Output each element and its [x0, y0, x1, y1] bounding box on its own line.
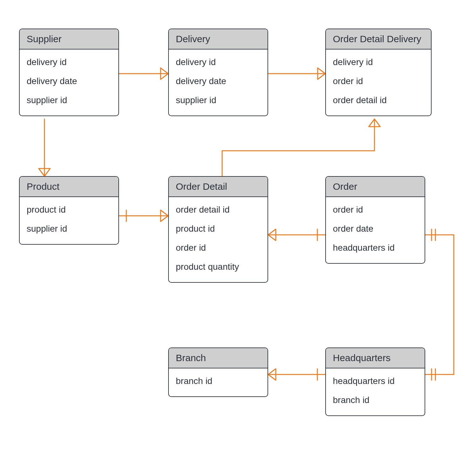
entity-attrs: branch id: [169, 368, 268, 396]
entity-attr: product id: [27, 200, 111, 219]
entity-branch[interactable]: Branch branch id: [168, 347, 268, 397]
crowsfoot-orderdetail-right: [268, 229, 276, 241]
entity-attr: order detail id: [333, 91, 424, 110]
entity-attr: product id: [176, 219, 261, 238]
rel-orderdetail-odd: [222, 119, 374, 176]
entity-attrs: headquarters id branch id: [326, 368, 425, 415]
entity-attr: branch id: [176, 372, 261, 391]
entity-order-detail-delivery[interactable]: Order Detail Delivery delivery id order …: [325, 29, 432, 116]
entity-title: Headquarters: [326, 348, 425, 368]
entity-attr: supplier id: [27, 91, 111, 110]
entity-attr: delivery date: [27, 72, 111, 91]
entity-attrs: order id order date headquarters id: [326, 197, 425, 263]
crowsfoot-branch-right: [268, 369, 276, 380]
er-diagram-canvas: Supplier delivery id delivery date suppl…: [0, 0, 476, 476]
entity-title: Delivery: [169, 29, 268, 50]
entity-attrs: delivery id order id order detail id: [326, 50, 431, 116]
entity-headquarters[interactable]: Headquarters headquarters id branch id: [325, 347, 425, 416]
entity-attrs: delivery id delivery date supplier id: [169, 50, 268, 116]
crowsfoot-odd-left: [318, 68, 325, 79]
entity-order-detail[interactable]: Order Detail order detail id product id …: [168, 176, 268, 283]
entity-attr: order date: [333, 219, 418, 238]
entity-attr: product quantity: [176, 257, 261, 276]
entity-attrs: delivery id delivery date supplier id: [20, 50, 118, 116]
crowsfoot-odd-bottom: [369, 119, 380, 127]
entity-title: Order Detail Delivery: [326, 29, 431, 50]
entity-attr: delivery id: [27, 53, 111, 72]
entity-supplier[interactable]: Supplier delivery id delivery date suppl…: [19, 29, 119, 116]
entity-attr: headquarters id: [333, 238, 418, 257]
crowsfoot-product-top: [39, 169, 50, 176]
entity-attr: order id: [176, 238, 261, 257]
entity-attr: branch id: [333, 391, 418, 410]
entity-attrs: order detail id product id order id prod…: [169, 197, 268, 282]
entity-attr: delivery date: [176, 72, 261, 91]
entity-delivery[interactable]: Delivery delivery id delivery date suppl…: [168, 29, 268, 116]
entity-attr: delivery id: [333, 53, 424, 72]
entity-attr: supplier id: [176, 91, 261, 110]
entity-title: Product: [20, 177, 118, 197]
entity-attrs: product id supplier id: [20, 197, 118, 244]
entity-attr: supplier id: [27, 219, 111, 238]
entity-title: Order Detail: [169, 177, 268, 197]
entity-attr: headquarters id: [333, 372, 418, 391]
entity-title: Branch: [169, 348, 268, 368]
entity-product[interactable]: Product product id supplier id: [19, 176, 119, 245]
entity-order[interactable]: Order order id order date headquarters i…: [325, 176, 425, 264]
entity-attr: order detail id: [176, 200, 261, 219]
entity-attr: delivery id: [176, 53, 261, 72]
entity-title: Supplier: [20, 29, 118, 50]
rel-order-hq: [425, 235, 454, 374]
crowsfoot-orderdetail-left: [161, 210, 168, 221]
crowsfoot-delivery-left: [161, 68, 168, 79]
entity-attr: order id: [333, 200, 418, 219]
entity-attr: order id: [333, 72, 424, 91]
entity-title: Order: [326, 177, 425, 197]
